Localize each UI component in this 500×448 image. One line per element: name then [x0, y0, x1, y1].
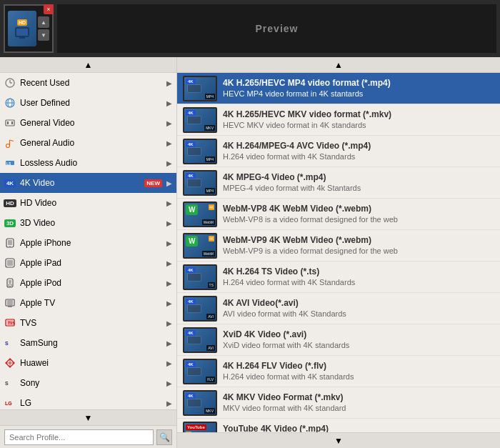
sidebar-item-apple-tv[interactable]: Apple TV▶	[0, 293, 176, 313]
main-content: ▲ Recent Used▶User Defined▶General Video…	[0, 57, 500, 448]
format-text: XviD 4K Video (*.avi)XviD video format w…	[223, 329, 494, 351]
top-bar: HD × ▲ ▼ Preview	[0, 0, 500, 57]
sidebar-item-samsung[interactable]: SSamSung▶	[0, 333, 176, 353]
sidebar-item-user-defined[interactable]: User Defined▶	[0, 93, 176, 113]
sidebar-item-hd-video[interactable]: HDHD Video▶	[0, 193, 176, 213]
sidebar-item-label: 4K Video	[20, 178, 139, 188]
format-text: WebM-VP9 4K WebM Video (*.webm)WebM-VP9 …	[223, 235, 494, 257]
sidebar-item-lg[interactable]: LGLG▶	[0, 393, 176, 409]
format-desc: MKV video format with 4K standard	[223, 403, 494, 413]
format-item-webm-vp9[interactable]: W WebM 4K WebM-VP9 4K WebM Video (*.webm…	[177, 230, 500, 262]
format-thumbnail: YouTube MP4 4K	[183, 422, 217, 433]
left-scroll-up[interactable]: ▲	[0, 57, 176, 73]
format-thumb-inner: 4K MP4	[184, 171, 216, 194]
svg-line-14	[10, 140, 14, 141]
search-button[interactable]: 🔍	[156, 429, 172, 445]
format-item-4k-h264-avc-mp4[interactable]: 4K MP4 4K H.264/MPEG-4 AVC Video (*.mp4)…	[177, 136, 500, 167]
format-item-webm-vp8[interactable]: W WebM 4K WebM-VP8 4K WebM Video (*.webm…	[177, 199, 500, 230]
svg-rect-59	[188, 337, 201, 344]
format-title: 4K AVI Video(*.avi)	[223, 298, 494, 309]
arrow-icon: ▶	[166, 239, 172, 247]
format-thumb-inner: 4K MKV	[184, 109, 216, 131]
scroll-down-icon: ▼	[84, 413, 93, 423]
search-input[interactable]	[4, 429, 154, 445]
sidebar-item-label: TVS	[20, 318, 162, 328]
hd-icon: HD	[4, 197, 16, 209]
svg-rect-61	[188, 368, 201, 375]
format-desc: HEVC MP4 video format in 4K stantards	[223, 89, 494, 99]
arrow-up-button[interactable]: ▲	[38, 16, 49, 28]
hd-badge: HD	[17, 19, 27, 26]
sidebar-item-huawei[interactable]: Huawei▶	[0, 353, 176, 373]
sony-icon: S	[4, 377, 16, 389]
format-thumb-inner: 4K MP4	[184, 77, 216, 100]
right-list: 4K MP4 4K H.265/HEVC MP4 video format (*…	[177, 73, 500, 432]
format-thumbnail: 4K MP4	[183, 170, 217, 196]
sidebar-item-sony[interactable]: SSony▶	[0, 373, 176, 393]
sidebar-item-apple-ipad[interactable]: Apple iPad▶	[0, 253, 176, 273]
sidebar-item-tvs[interactable]: TVSTVS▶	[0, 313, 176, 333]
tv-icon	[4, 297, 16, 309]
svg-rect-2	[19, 37, 25, 39]
format-item-4k-h264-ts[interactable]: 4K TS 4K H.264 TS Video (*.ts)H.264 vide…	[177, 262, 500, 293]
format-text: 4K H.264 FLV Video (*.flv)H.264 video fo…	[223, 361, 494, 382]
format-thumb-inner: 4K TS	[184, 266, 216, 289]
sidebar-item-apple-ipod[interactable]: Apple iPod▶	[0, 273, 176, 293]
svg-point-19	[9, 246, 11, 247]
format-thumb-inner: YouTube MP4 4K	[184, 423, 216, 433]
format-item-4k-h264-flv[interactable]: 4K FLV 4K H.264 FLV Video (*.flv)H.264 v…	[177, 356, 500, 387]
sidebar-item-label: Recent Used	[20, 78, 162, 88]
arrow-icon: ▶	[166, 279, 172, 287]
svg-rect-26	[7, 300, 13, 305]
sidebar-item-label: User Defined	[20, 98, 162, 108]
format-text: 4K MKV Video Format (*.mkv)MKV video for…	[223, 392, 494, 414]
svg-rect-18	[8, 240, 12, 245]
svg-rect-24	[9, 280, 11, 283]
phone-icon	[4, 237, 16, 249]
sidebar-item-label: 3D Video	[20, 218, 162, 228]
format-item-youtube-4k[interactable]: YouTube MP4 4K YouTube 4K Video (*.mp4)H…	[177, 419, 500, 432]
format-thumbnail: W WebM 4K	[183, 233, 217, 259]
right-scroll-up[interactable]: ▲	[177, 57, 500, 73]
format-title: WebM-VP9 4K WebM Video (*.webm)	[223, 235, 494, 247]
sidebar-item-label: General Video	[20, 118, 162, 128]
format-text: 4K H.264/MPEG-4 AVC Video (*.mp4)H.264 v…	[223, 141, 494, 162]
svg-rect-55	[188, 274, 201, 281]
left-scroll-down[interactable]: ▼	[0, 409, 176, 425]
format-desc: MPEG-4 video format with 4k Stantards	[223, 183, 494, 193]
format-thumbnail: W WebM 4K	[183, 201, 217, 227]
sidebar-item-lossless-audio[interactable]: LSLossless Audio▶	[0, 153, 176, 173]
svg-rect-47	[188, 85, 201, 92]
thumbnail-icon: HD	[8, 11, 36, 46]
sidebar-item-recent-used[interactable]: Recent Used▶	[0, 73, 176, 93]
svg-rect-21	[7, 260, 13, 266]
format-item-4k-mkv[interactable]: 4K MKV 4K MKV Video Format (*.mkv)MKV vi…	[177, 387, 500, 419]
format-thumbnail: 4K MKV	[183, 107, 217, 133]
close-button[interactable]: ×	[44, 4, 54, 14]
format-desc: XviD video format with 4K standards	[223, 340, 494, 350]
format-title: 4K H.264 TS Video (*.ts)	[223, 267, 494, 278]
format-item-4k-avi[interactable]: 4K AVI 4K AVI Video(*.avi)AVI video form…	[177, 293, 500, 324]
arrow-icon: ▶	[166, 139, 172, 147]
sidebar-item-apple-iphone[interactable]: Apple iPhone▶	[0, 233, 176, 253]
format-item-4k-h265-mp4[interactable]: 4K MP4 4K H.265/HEVC MP4 video format (*…	[177, 73, 500, 104]
format-text: 4K H.264 TS Video (*.ts)H.264 video form…	[223, 267, 494, 288]
arrow-down-button[interactable]: ▼	[38, 29, 49, 41]
format-title: 4K H.264 FLV Video (*.flv)	[223, 361, 494, 372]
sidebar-item-4k-video[interactable]: 4K4K VideoNEW▶	[0, 173, 176, 193]
sidebar-item-general-video[interactable]: General Video▶	[0, 113, 176, 133]
sidebar-item-label: SamSung	[20, 338, 162, 348]
scroll-up-icon: ▲	[84, 60, 93, 70]
format-item-4k-mpeg4-mp4[interactable]: 4K MP4 4K MPEG-4 Video (*.mp4)MPEG-4 vid…	[177, 167, 500, 199]
sidebar-item-general-audio[interactable]: General Audio▶	[0, 133, 176, 153]
format-title: 4K H.265/HEVC MP4 video format (*.mp4)	[223, 78, 494, 89]
arrow-icon: ▶	[166, 179, 172, 187]
sidebar-item-label: Apple iPhone	[20, 238, 162, 248]
sidebar-item-3d-video[interactable]: 3D3D Video▶	[0, 213, 176, 233]
right-panel: ▲ 4K MP4 4K H.265/HEVC MP4 video format …	[177, 57, 500, 448]
format-item-xvid-4k[interactable]: 4K AVI XviD 4K Video (*.avi)XviD video f…	[177, 324, 500, 356]
3d-icon: 3D	[4, 217, 16, 229]
format-item-4k-h265-mkv[interactable]: 4K MKV 4K H.265/HEVC MKV video format (*…	[177, 104, 500, 136]
right-scroll-down[interactable]: ▼	[177, 432, 500, 448]
format-title: XviD 4K Video (*.avi)	[223, 329, 494, 341]
